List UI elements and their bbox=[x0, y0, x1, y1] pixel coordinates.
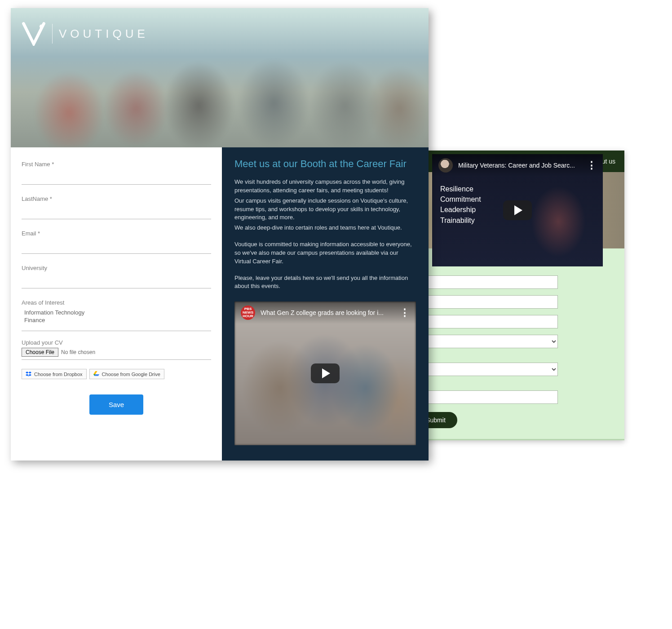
areas-option[interactable]: Information Technology bbox=[22, 309, 211, 316]
youtube-embed[interactable]: Military Veterans: Career and Job Searc.… bbox=[432, 154, 603, 266]
video-title: What Gen Z college grads are looking for… bbox=[261, 309, 394, 316]
info-title: Meet us at our Booth at the Career Fair bbox=[234, 158, 416, 170]
info-paragraph: Our campus visits generally include sess… bbox=[234, 197, 416, 222]
video-more-menu-icon[interactable]: ⋮ bbox=[587, 159, 597, 171]
university-input[interactable] bbox=[22, 273, 211, 288]
choose-from-dropbox-button[interactable]: Choose from Dropbox bbox=[22, 369, 87, 379]
logo-divider bbox=[52, 24, 53, 44]
dropbox-button-label: Choose from Dropbox bbox=[34, 372, 83, 377]
svg-point-0 bbox=[40, 24, 44, 28]
last-name-input[interactable] bbox=[22, 204, 211, 219]
video-more-menu-icon[interactable]: ⋮ bbox=[400, 307, 410, 319]
channel-avatar[interactable]: PBSNEWSHOUR bbox=[241, 306, 255, 320]
info-paragraph: Please, leave your details here so we'll… bbox=[234, 274, 416, 291]
video-title: Military Veterans: Career and Job Searc.… bbox=[458, 162, 581, 169]
email-label: Email * bbox=[22, 230, 211, 237]
first-name-input[interactable] bbox=[22, 169, 211, 185]
no-file-chosen-text: No file chosen bbox=[61, 349, 95, 355]
channel-avatar[interactable] bbox=[438, 158, 453, 173]
gdrive-button-label: Choose from Google Drive bbox=[102, 372, 160, 377]
voutique-logo: VOUTIQUE bbox=[22, 22, 149, 46]
upload-cv-label: Upload your CV bbox=[22, 339, 211, 346]
play-button-icon[interactable] bbox=[503, 200, 532, 220]
video-keyword: Leadership bbox=[440, 204, 481, 215]
choose-file-button[interactable]: Choose File bbox=[22, 348, 58, 357]
email-input[interactable] bbox=[22, 239, 211, 254]
areas-option[interactable]: Finance bbox=[22, 316, 211, 324]
voutique-card: VOUTIQUE First Name * LastName * Email *… bbox=[11, 8, 429, 461]
play-button-icon[interactable] bbox=[311, 363, 340, 383]
video-keyword: Trainability bbox=[440, 215, 481, 226]
info-paragraph: Voutique is committed to making informat… bbox=[234, 240, 416, 266]
dropbox-icon bbox=[26, 371, 31, 377]
areas-label: Areas of Interest bbox=[22, 299, 211, 306]
video-keyword: Resilience bbox=[440, 184, 481, 194]
university-label: University bbox=[22, 265, 211, 271]
last-name-label: LastName * bbox=[22, 195, 211, 202]
google-drive-icon bbox=[93, 371, 99, 377]
voutique-info-panel: Meet us at our Booth at the Career Fair … bbox=[222, 147, 429, 461]
voutique-logo-mark bbox=[22, 22, 46, 46]
voutique-wordmark: VOUTIQUE bbox=[59, 27, 149, 41]
youtube-embed[interactable]: PBSNEWSHOUR What Gen Z college grads are… bbox=[234, 301, 416, 445]
voutique-form: First Name * LastName * Email * Universi… bbox=[11, 147, 222, 461]
voutique-hero-image: VOUTIQUE bbox=[11, 8, 429, 147]
areas-of-interest-listbox[interactable]: Information Technology Finance bbox=[22, 308, 211, 331]
first-name-label: First Name * bbox=[22, 161, 211, 168]
save-button[interactable]: Save bbox=[89, 394, 143, 415]
video-keyword: Commitment bbox=[440, 194, 481, 204]
choose-from-google-drive-button[interactable]: Choose from Google Drive bbox=[89, 369, 164, 379]
video-keyword-overlay: Resilience Commitment Leadership Trainab… bbox=[440, 184, 481, 226]
info-paragraph: We visit hundreds of university campuses… bbox=[234, 178, 416, 195]
info-paragraph: We also deep-dive into certain roles and… bbox=[234, 224, 416, 232]
